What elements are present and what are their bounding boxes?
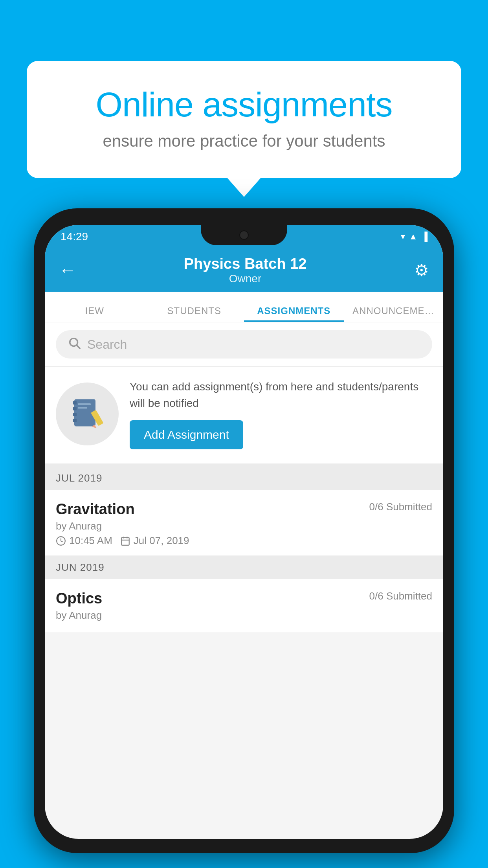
- assignment-item-gravitation[interactable]: Gravitation 0/6 Submitted by Anurag 10:4…: [45, 490, 443, 556]
- signal-icon: ▲: [409, 232, 418, 242]
- assignment-submitted-optics: 0/6 Submitted: [369, 590, 432, 602]
- speech-bubble-title: Online assignments: [58, 85, 430, 125]
- calendar-icon: [120, 536, 130, 546]
- promo-content: You can add assignment(s) from here and …: [130, 379, 432, 449]
- search-bar[interactable]: Search: [56, 330, 432, 359]
- phone-notch: [201, 225, 287, 245]
- status-icons: ▾ ▲ ▐: [401, 232, 427, 242]
- svg-rect-12: [121, 537, 129, 545]
- phone-screen: 14:29 ▾ ▲ ▐ ← Physics Batch 12 Owner ⚙ I…: [45, 225, 443, 839]
- back-button[interactable]: ←: [59, 260, 76, 280]
- svg-rect-7: [78, 403, 91, 405]
- tabs-bar: IEW STUDENTS ASSIGNMENTS ANNOUNCEME…: [45, 292, 443, 322]
- clock-icon: [56, 536, 66, 546]
- search-placeholder: Search: [87, 337, 127, 352]
- assignment-submitted-gravitation: 0/6 Submitted: [369, 501, 432, 513]
- assignment-date-gravitation: Jul 07, 2019: [134, 535, 189, 547]
- search-icon: [68, 336, 81, 353]
- header-title: Physics Batch 12: [184, 256, 307, 272]
- tab-iew[interactable]: IEW: [45, 305, 145, 322]
- settings-button[interactable]: ⚙: [414, 261, 429, 280]
- meta-time-gravitation: 10:45 AM: [56, 535, 112, 547]
- assignment-author-optics: by Anurag: [56, 609, 432, 622]
- status-time: 14:29: [61, 230, 88, 243]
- assignment-row-top-optics: Optics 0/6 Submitted: [56, 590, 432, 607]
- svg-rect-5: [73, 413, 77, 416]
- speech-bubble: Online assignments ensure more practice …: [27, 61, 461, 178]
- search-container: Search: [45, 322, 443, 367]
- phone-frame: 14:29 ▾ ▲ ▐ ← Physics Batch 12 Owner ⚙ I…: [34, 208, 454, 853]
- section-header-jun: JUN 2019: [45, 556, 443, 579]
- promo-icon-circle: [56, 383, 119, 445]
- speech-bubble-subtitle: ensure more practice for your students: [58, 132, 430, 151]
- app-header: ← Physics Batch 12 Owner ⚙: [45, 248, 443, 292]
- promo-description: You can add assignment(s) from here and …: [130, 379, 432, 412]
- assignment-name-optics: Optics: [56, 590, 102, 607]
- svg-rect-4: [73, 407, 77, 410]
- assignment-name-gravitation: Gravitation: [56, 501, 135, 518]
- tab-students[interactable]: STUDENTS: [145, 305, 244, 322]
- svg-line-1: [77, 345, 80, 348]
- wifi-icon: ▾: [401, 232, 405, 242]
- section-header-jul: JUL 2019: [45, 467, 443, 490]
- notebook-icon: [70, 396, 105, 432]
- tab-announcements[interactable]: ANNOUNCEME…: [344, 305, 444, 322]
- svg-rect-6: [73, 419, 77, 422]
- assignment-item-optics[interactable]: Optics 0/6 Submitted by Anurag: [45, 579, 443, 633]
- header-subtitle: Owner: [184, 272, 307, 285]
- screen-content: 14:29 ▾ ▲ ▐ ← Physics Batch 12 Owner ⚙ I…: [45, 225, 443, 839]
- meta-date-gravitation: Jul 07, 2019: [120, 535, 189, 547]
- assignment-meta-gravitation: 10:45 AM Jul 07, 2019: [56, 535, 432, 547]
- camera-dot: [239, 230, 249, 240]
- svg-rect-8: [78, 407, 87, 409]
- assignment-time-gravitation: 10:45 AM: [69, 535, 112, 547]
- speech-bubble-container: Online assignments ensure more practice …: [27, 61, 461, 178]
- add-assignment-promo: You can add assignment(s) from here and …: [45, 367, 443, 467]
- tab-assignments[interactable]: ASSIGNMENTS: [244, 305, 344, 322]
- add-assignment-button[interactable]: Add Assignment: [130, 420, 243, 449]
- assignment-row-top: Gravitation 0/6 Submitted: [56, 501, 432, 518]
- svg-rect-3: [73, 401, 77, 405]
- header-center: Physics Batch 12 Owner: [184, 256, 307, 285]
- assignment-author-gravitation: by Anurag: [56, 520, 432, 532]
- battery-icon: ▐: [421, 232, 427, 242]
